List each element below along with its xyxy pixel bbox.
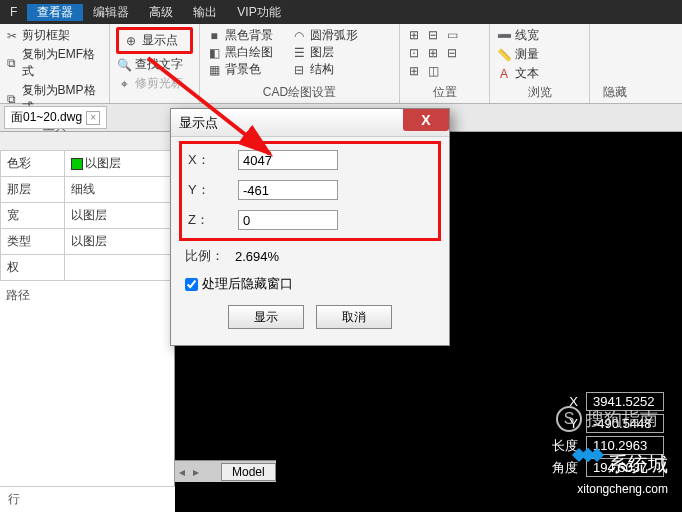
grid-icon[interactable]: ◫ — [425, 63, 441, 79]
table-row: 类型以图层 — [1, 229, 174, 255]
ribbon-group-tools: ✂剪切框架 ⧉复制为EMF格式 ⧉复制为BMP格式 工具 — [0, 24, 110, 103]
ratio-label: 比例： — [185, 247, 235, 265]
checkbox-input[interactable] — [185, 278, 198, 291]
model-tab-strip: ◂ ▸ Model — [175, 460, 276, 482]
svg-line-9 — [455, 242, 475, 282]
y-input[interactable] — [238, 180, 338, 200]
z-input[interactable] — [238, 210, 338, 230]
measure[interactable]: 📏测量 — [496, 46, 583, 63]
menu-editor[interactable]: 编辑器 — [83, 4, 139, 21]
dialog-body: X： Y： Z： 比例：2.694% 处理后隐藏窗口 显示 取消 — [171, 137, 449, 345]
grid-icon[interactable]: ⊟ — [444, 45, 460, 61]
properties-sidebar: 色彩以图层 那层细线 宽以图层 类型以图层 权 路径 — [0, 132, 175, 512]
search-icon: 🔍 — [116, 57, 132, 73]
menu-output[interactable]: 输出 — [183, 4, 227, 21]
logo-icon — [574, 450, 602, 478]
table-row: 色彩以图层 — [1, 151, 174, 177]
black-bg[interactable]: ■黑色背景 — [206, 27, 273, 44]
bw-draw[interactable]: ◧黑白绘图 — [206, 44, 273, 61]
square-icon: ■ — [206, 28, 222, 44]
close-icon[interactable]: × — [86, 111, 100, 125]
ribbon-group-display: ⊕显示点 🔍查找文字 ⌖修剪光标 — [110, 24, 200, 103]
line-icon: ➖ — [496, 28, 512, 44]
show-point-button[interactable]: ⊕显示点 — [116, 27, 193, 54]
x-label: X： — [188, 151, 238, 169]
text-icon: A — [496, 66, 512, 82]
menubar: F 查看器 编辑器 高级 输出 VIP功能 — [0, 0, 682, 24]
palette-icon: ▦ — [206, 62, 222, 78]
z-label: Z： — [188, 211, 238, 229]
grid-icon[interactable]: ▭ — [444, 27, 460, 43]
ribbon-group-hide: 隐藏 — [590, 24, 640, 103]
menu-vip[interactable]: VIP功能 — [227, 4, 290, 21]
properties-table: 色彩以图层 那层细线 宽以图层 类型以图层 权 — [0, 150, 174, 281]
dialog-title: 显示点 — [179, 114, 218, 132]
group-label-browse: 浏览 — [490, 84, 589, 101]
square-icon: ◧ — [206, 45, 222, 61]
layers-icon: ☰ — [291, 45, 307, 61]
x-input[interactable] — [238, 150, 338, 170]
grid-icon[interactable]: ⊞ — [425, 45, 441, 61]
arc-icon: ◠ — [291, 28, 307, 44]
cancel-button[interactable]: 取消 — [316, 305, 392, 329]
color-swatch[interactable] — [71, 158, 83, 170]
grid-icon[interactable]: ⊞ — [406, 63, 422, 79]
menu-advanced[interactable]: 高级 — [139, 4, 183, 21]
layer[interactable]: ☰图层 — [291, 44, 358, 61]
ribbon-group-pos: ⊞⊟▭ ⊡⊞⊟ ⊞◫ 位置 — [400, 24, 490, 103]
hide-after-checkbox[interactable]: 处理后隐藏窗口 — [185, 275, 435, 293]
group-label-pos: 位置 — [400, 84, 489, 101]
show-button[interactable]: 显示 — [228, 305, 304, 329]
watermark-url: xitongcheng.com — [577, 482, 668, 496]
menu-f[interactable]: F — [0, 5, 27, 19]
watermark-xitong: 系统城 — [574, 450, 668, 478]
menu-viewer[interactable]: 查看器 — [27, 4, 83, 21]
y-label: Y： — [188, 181, 238, 199]
dialog-titlebar[interactable]: 显示点 X — [171, 109, 449, 137]
grid-icon[interactable]: ⊞ — [406, 27, 422, 43]
input-highlight-box: X： Y： Z： — [179, 141, 441, 241]
copy-icon: ⧉ — [4, 91, 20, 107]
status-row: 行 — [0, 486, 175, 512]
linewidth[interactable]: ➖线宽 — [496, 27, 583, 44]
edit-cursor[interactable]: ⌖修剪光标 — [116, 75, 193, 92]
ribbon: ✂剪切框架 ⧉复制为EMF格式 ⧉复制为BMP格式 工具 ⊕显示点 🔍查找文字 … — [0, 24, 682, 104]
target-icon: ⊕ — [123, 33, 139, 49]
bg-color[interactable]: ▦背景色 — [206, 61, 273, 78]
ribbon-group-cad: ■黑色背景 ◧黑白绘图 ▦背景色 ◠圆滑弧形 ☰图层 ⊟结构 CAD绘图设置 — [200, 24, 400, 103]
text-tool[interactable]: A文本 — [496, 65, 583, 82]
document-tab[interactable]: 面01~20.dwg × — [4, 106, 107, 129]
ribbon-group-browse: ➖线宽 📏测量 A文本 浏览 — [490, 24, 590, 103]
group-label-cad: CAD绘图设置 — [200, 84, 399, 101]
tree-icon: ⊟ — [291, 62, 307, 78]
copy-icon: ⧉ — [4, 55, 20, 71]
ratio-value: 2.694% — [235, 249, 279, 264]
find-text[interactable]: 🔍查找文字 — [116, 56, 193, 73]
tab-nav-left-icon[interactable]: ◂ — [175, 465, 189, 479]
structure[interactable]: ⊟结构 — [291, 61, 358, 78]
table-row: 权 — [1, 255, 174, 281]
show-point-dialog: 显示点 X X： Y： Z： 比例：2.694% 处理后隐藏窗口 显示 取消 — [170, 108, 450, 346]
ruler-icon: 📏 — [496, 47, 512, 63]
model-tab[interactable]: Model — [221, 463, 276, 481]
sidebar-path-label: 路径 — [0, 281, 174, 310]
doc-name: 面01~20.dwg — [11, 109, 82, 126]
grid-icon[interactable]: ⊟ — [425, 27, 441, 43]
cut-frame[interactable]: ✂剪切框架 — [4, 27, 105, 44]
table-row: 那层细线 — [1, 177, 174, 203]
grid-icon[interactable]: ⊡ — [406, 45, 422, 61]
group-label-hide: 隐藏 — [590, 84, 640, 101]
cursor-icon: ⌖ — [116, 76, 132, 92]
smooth-arc[interactable]: ◠圆滑弧形 — [291, 27, 358, 44]
watermark-sogou: S搜狗指南 — [556, 406, 658, 432]
copy-emf[interactable]: ⧉复制为EMF格式 — [4, 46, 105, 80]
dialog-close-button[interactable]: X — [403, 109, 449, 131]
scissors-icon: ✂ — [4, 28, 20, 44]
tab-nav-right-icon[interactable]: ▸ — [189, 465, 203, 479]
table-row: 宽以图层 — [1, 203, 174, 229]
